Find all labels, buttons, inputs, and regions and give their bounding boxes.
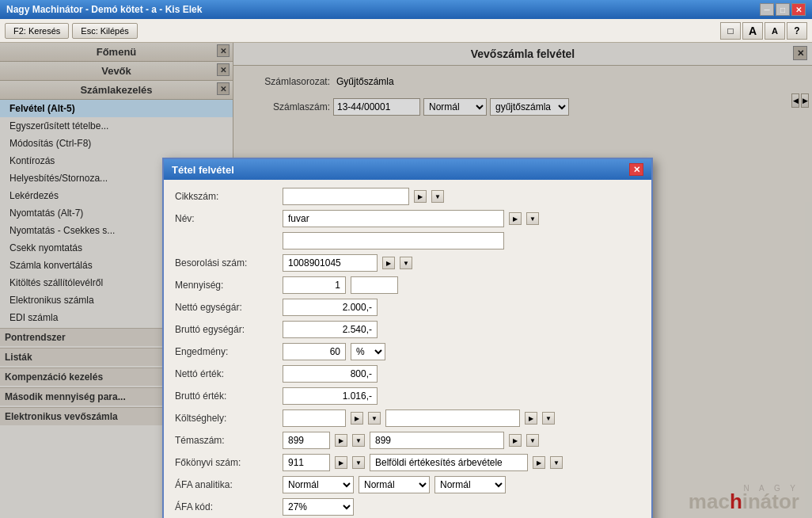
- afa-analitika-select3[interactable]: Normál: [434, 476, 506, 493]
- besorolasi-label: Besorolási szám:: [175, 257, 278, 269]
- title-bar: Nagy Machinátor - Demó kötet - a - Kis E…: [0, 0, 812, 19]
- fokonyvi-arrow-d2[interactable]: ▼: [550, 456, 563, 469]
- fokonyvi-arrow-r[interactable]: ▶: [335, 456, 347, 469]
- koltsegher-input1[interactable]: [283, 409, 346, 427]
- nev-arrow-right[interactable]: ▶: [509, 212, 522, 225]
- cikkszam-arrow-down[interactable]: ▼: [431, 190, 444, 203]
- engedmeny-type-select[interactable]: % Ft: [351, 343, 385, 360]
- nev-arrow-down[interactable]: ▼: [526, 212, 539, 225]
- tetal-felvetel-modal: Tétel felvétel ✕ Cikkszám: ▶ ▼ Név: ▶ ▼: [162, 158, 653, 518]
- window-title: Nagy Machinátor - Demó kötet - a - Kis E…: [6, 4, 202, 15]
- modal-close-btn[interactable]: ✕: [629, 163, 643, 176]
- nev-input2[interactable]: [283, 232, 504, 249]
- brutto-ertek-input[interactable]: [283, 387, 378, 405]
- temaszam-arrow-d[interactable]: ▼: [352, 434, 365, 447]
- toolbar-left: F2: Keresés Esc: Kilépés: [5, 23, 138, 39]
- fokonyvi-row: Főkönyvi szám: ▶ ▼ ▶ ▼: [175, 454, 640, 471]
- window-controls: ─ □ ✕: [760, 3, 806, 16]
- afa-analitika-select2[interactable]: Normál: [359, 476, 430, 493]
- mennyiseg-label: Mennyiség:: [175, 280, 278, 291]
- brutto-ertek-label: Bruttó érték:: [175, 390, 278, 402]
- mennyiseg-input[interactable]: [283, 276, 346, 294]
- netto-egysegar-row: Nettó egységár:: [175, 299, 640, 316]
- cikkszam-arrow-right[interactable]: ▶: [414, 190, 427, 203]
- netto-ertek-label: Nettó érték:: [175, 368, 278, 379]
- nev-input[interactable]: [283, 210, 504, 227]
- exit-button[interactable]: Esc: Kilépés: [72, 23, 138, 39]
- brutto-egysegar-label: Bruttó egységár:: [175, 324, 278, 335]
- cikkszam-label: Cikkszám:: [175, 191, 278, 202]
- afa-analitika-label: ÁFA analitika:: [175, 479, 278, 490]
- koltsegher-row: Költséghely: ▶ ▼ ▶ ▼: [175, 409, 640, 427]
- temaszam-input2[interactable]: [370, 432, 504, 449]
- koltsegher-input2[interactable]: [385, 409, 520, 427]
- brutto-ertek-row: Bruttó érték:: [175, 387, 640, 405]
- besorolasi-input[interactable]: [283, 254, 378, 272]
- fokonyvi-input1[interactable]: [283, 454, 330, 471]
- toolbar-right: □ A A ?: [720, 22, 807, 40]
- mennyiseg-row: Mennyiség:: [175, 276, 640, 294]
- netto-egysegar-input[interactable]: [283, 299, 378, 316]
- maximize-btn[interactable]: □: [776, 3, 790, 16]
- temaszam-arrow-d2[interactable]: ▼: [526, 434, 539, 447]
- minimize-btn[interactable]: ─: [760, 3, 774, 16]
- netto-ertek-input[interactable]: [283, 365, 378, 383]
- mennyiseg-unit-input[interactable]: [351, 276, 398, 294]
- window-icon-btn[interactable]: □: [720, 22, 741, 40]
- modal-body: Cikkszám: ▶ ▼ Név: ▶ ▼ Besorolási szám: …: [164, 180, 651, 518]
- cikkszam-input[interactable]: [283, 188, 409, 205]
- help-btn[interactable]: ?: [787, 22, 807, 40]
- afa-kod-select[interactable]: 27% 0%: [283, 498, 354, 516]
- nev-row: Név: ▶ ▼: [175, 210, 640, 227]
- engedmeny-label: Engedmény:: [175, 346, 278, 357]
- afa-kod-label: ÁFA kód:: [175, 501, 278, 512]
- font-small-btn[interactable]: A: [765, 22, 785, 40]
- temaszam-arrow-r2[interactable]: ▶: [509, 434, 522, 447]
- fokonyvi-arrow-d[interactable]: ▼: [352, 456, 365, 469]
- afa-analitika-select1[interactable]: Normál: [283, 476, 354, 493]
- besorolasi-row: Besorolási szám: ▶ ▼: [175, 254, 640, 272]
- brutto-egysegar-input[interactable]: [283, 321, 378, 338]
- nev-label: Név:: [175, 213, 278, 224]
- font-large-btn[interactable]: A: [742, 22, 763, 40]
- koltsegher-arrow-d2[interactable]: ▼: [542, 412, 555, 425]
- close-btn[interactable]: ✕: [791, 3, 806, 16]
- afa-kod-row: ÁFA kód: 27% 0%: [175, 498, 640, 516]
- cikkszam-row: Cikkszám: ▶ ▼: [175, 188, 640, 205]
- brutto-egysegar-row: Bruttó egységár:: [175, 321, 640, 338]
- modal-title-bar: Tétel felvétel ✕: [164, 159, 651, 180]
- temaszam-label: Témaszám:: [175, 435, 278, 446]
- temaszam-input1[interactable]: [283, 432, 330, 449]
- temaszam-row: Témaszám: ▶ ▼ ▶ ▼: [175, 432, 640, 449]
- main-area: Főmenü ✕ Vevők ✕ Számlakezelés ✕ Felvéte…: [0, 43, 812, 518]
- koltsegher-arrow-r2[interactable]: ▶: [525, 412, 537, 425]
- toolbar: F2: Keresés Esc: Kilépés □ A A ?: [0, 19, 812, 43]
- besorolasi-arrow-right[interactable]: ▶: [382, 257, 395, 269]
- search-button[interactable]: F2: Keresés: [5, 23, 69, 39]
- fokonyvi-label: Főkönyvi szám:: [175, 457, 278, 468]
- engedmeny-input[interactable]: [283, 343, 346, 360]
- engedmeny-row: Engedmény: % Ft: [175, 343, 640, 360]
- koltsegher-label: Költséghely:: [175, 413, 278, 424]
- netto-ertek-row: Nettó érték:: [175, 365, 640, 383]
- koltsegher-arrow-d[interactable]: ▼: [368, 412, 381, 425]
- koltsegher-arrow-r[interactable]: ▶: [351, 412, 363, 425]
- afa-analitika-row: ÁFA analitika: Normál Normál Normál: [175, 476, 640, 493]
- temaszam-arrow-r[interactable]: ▶: [335, 434, 347, 447]
- besorolasi-arrow-down[interactable]: ▼: [400, 257, 412, 269]
- modal-title-text: Tétel felvétel: [172, 164, 234, 176]
- fokonyvi-arrow-r2[interactable]: ▶: [533, 456, 545, 469]
- nev-row2: [175, 232, 640, 249]
- fokonyvi-input2[interactable]: [370, 454, 528, 471]
- netto-egysegar-label: Nettó egységár:: [175, 302, 278, 313]
